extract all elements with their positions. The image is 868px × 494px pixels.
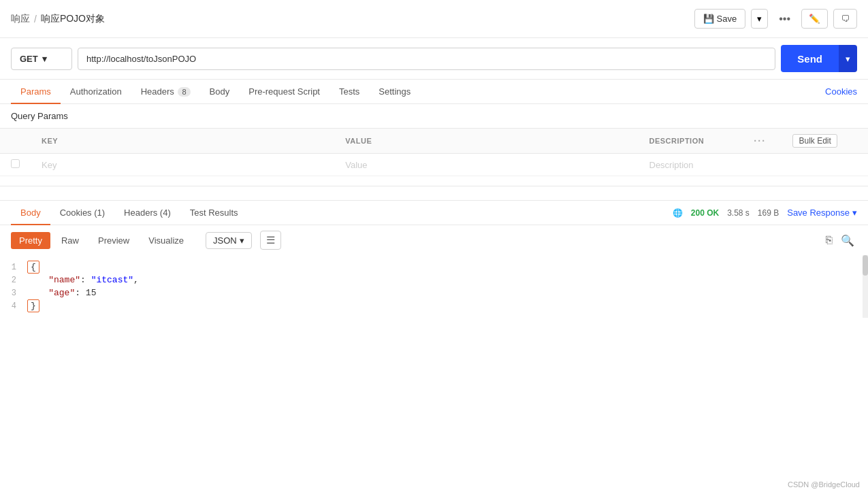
breadcrumb-separator: / <box>34 14 37 24</box>
json-chevron-icon: ▾ <box>240 235 244 246</box>
save-button[interactable]: 💾 Save <box>694 9 746 29</box>
breadcrumb-current: 响应POJO对象 <box>41 13 105 25</box>
save-response-chevron-icon: ▾ <box>852 208 857 218</box>
value-input[interactable]: Value <box>334 154 638 176</box>
comment-icon: 🗨 <box>841 14 850 24</box>
response-time: 3.58 s <box>727 208 750 218</box>
copy-button[interactable]: ⎘ <box>823 231 835 249</box>
code-value-name: "itcast" <box>91 275 133 285</box>
tab-settings[interactable]: Settings <box>369 80 420 103</box>
method-label: GET <box>20 54 38 64</box>
scrollbar-track[interactable] <box>863 255 868 318</box>
value-col-header: VALUE <box>334 129 638 154</box>
filter-button[interactable]: ☰ <box>260 231 281 250</box>
save-dropdown-button[interactable]: ▾ <box>751 9 768 29</box>
code-block: 1 { 2 "name": "itcast", 3 "age": 15 <box>0 255 868 318</box>
edit-button[interactable]: ✏️ <box>801 9 828 29</box>
params-area: Query Params KEY VALUE DESCRIPTION ··· B… <box>0 104 868 186</box>
breadcrumb-parent: 响应 <box>11 13 30 25</box>
code-key-age: "age" <box>48 288 75 298</box>
tab-headers[interactable]: Headers 8 <box>131 80 200 103</box>
key-col-header: KEY <box>31 129 334 154</box>
table-row: Key Value Description <box>0 154 868 176</box>
format-tab-raw[interactable]: Raw <box>53 232 87 249</box>
method-select[interactable]: GET ▾ <box>11 48 72 70</box>
response-subtabs-right: ⎘ 🔍 <box>823 231 857 250</box>
headers-badge: 8 <box>178 87 190 97</box>
request-tabs: Params Authorization Headers 8 Body Pre-… <box>0 80 868 104</box>
comment-button[interactable]: 🗨 <box>833 9 857 29</box>
cookies-link[interactable]: Cookies <box>825 86 857 97</box>
response-subtabs: Pretty Raw Preview Visualize JSON ▾ ☰ ⎘ … <box>0 225 868 255</box>
breadcrumb: 响应 / 响应POJO对象 <box>11 13 105 25</box>
code-brace-close: } <box>27 299 39 312</box>
response-section: Body Cookies (1) Headers (4) Test Result… <box>0 200 868 318</box>
code-key-name: "name" <box>48 275 80 285</box>
line-num-3: 3 <box>0 289 27 298</box>
response-tabs: Body Cookies (1) Headers (4) Test Result… <box>0 201 868 225</box>
response-tab-body[interactable]: Body <box>11 201 50 225</box>
save-disk-icon: 💾 <box>703 14 714 24</box>
code-line-4: 4 } <box>0 299 868 312</box>
copy-icon: ⎘ <box>826 234 833 246</box>
response-tab-test-results[interactable]: Test Results <box>180 201 248 225</box>
format-tab-pretty[interactable]: Pretty <box>11 232 50 249</box>
desc-input[interactable]: Description <box>639 154 738 176</box>
response-tab-headers[interactable]: Headers (4) <box>114 201 180 225</box>
url-input[interactable]: http://localhost/toJsonPOJO <box>78 48 775 70</box>
save-label: Save <box>717 14 737 24</box>
watermark: CSDN @BridgeCloud <box>788 480 860 489</box>
tab-body[interactable]: Body <box>200 80 240 103</box>
tab-pre-request-script[interactable]: Pre-request Script <box>239 80 329 103</box>
status-badge: 200 OK <box>691 208 719 218</box>
query-params-title: Query Params <box>0 104 868 128</box>
code-line-1: 1 { <box>0 261 868 274</box>
scrollbar-thumb[interactable] <box>863 255 868 276</box>
code-line-3: 3 "age": 15 <box>0 286 868 299</box>
code-line-2: 2 "name": "itcast", <box>0 274 868 286</box>
code-brace-open: { <box>27 261 39 274</box>
response-size: 169 B <box>758 208 779 218</box>
tab-tests[interactable]: Tests <box>329 80 369 103</box>
params-table: KEY VALUE DESCRIPTION ··· Bulk Edit <box>0 128 868 176</box>
search-button[interactable]: 🔍 <box>838 231 857 250</box>
tab-params[interactable]: Params <box>11 80 61 103</box>
line-num-4: 4 <box>0 301 27 311</box>
more-options-button[interactable]: ••• <box>773 10 796 28</box>
line-num-1: 1 <box>0 263 27 272</box>
save-response-button[interactable]: Save Response ▾ <box>787 208 857 218</box>
format-tab-visualize[interactable]: Visualize <box>140 232 192 249</box>
send-dropdown-button[interactable]: ▾ <box>839 45 857 72</box>
header: 响应 / 响应POJO对象 💾 Save ▾ ••• ✏️ 🗨 <box>0 0 868 38</box>
more-col-header: ··· <box>738 129 782 154</box>
header-actions: 💾 Save ▾ ••• ✏️ 🗨 <box>694 9 857 29</box>
send-button-group: Send ▾ <box>781 45 857 72</box>
globe-icon: 🌐 <box>673 208 683 218</box>
bulk-edit-button[interactable]: Bulk Edit <box>792 134 837 148</box>
tab-authorization[interactable]: Authorization <box>61 80 131 103</box>
bulk-edit-col-header: Bulk Edit <box>782 129 868 154</box>
response-meta: 🌐 200 OK 3.58 s 169 B Save Response ▾ <box>673 208 857 218</box>
code-value-age: 15 <box>86 288 97 298</box>
pencil-icon: ✏️ <box>809 14 820 24</box>
send-chevron-icon: ▾ <box>846 54 850 64</box>
response-body-area: 1 { 2 "name": "itcast", 3 "age": 15 <box>0 255 868 318</box>
json-format-select[interactable]: JSON ▾ <box>206 232 252 249</box>
line-num-2: 2 <box>0 276 27 285</box>
checkbox-col-header <box>0 129 31 154</box>
filter-icon: ☰ <box>266 234 275 246</box>
chevron-down-icon: ▾ <box>757 14 762 24</box>
row-checkbox[interactable] <box>0 154 31 176</box>
desc-col-header: DESCRIPTION <box>639 129 738 154</box>
key-input[interactable]: Key <box>31 154 334 176</box>
url-bar: GET ▾ http://localhost/toJsonPOJO Send ▾ <box>0 38 868 80</box>
response-divider <box>0 186 868 186</box>
response-tab-cookies[interactable]: Cookies (1) <box>50 201 114 225</box>
method-chevron-icon: ▾ <box>42 54 47 64</box>
send-main-button[interactable]: Send <box>781 45 839 72</box>
format-tab-preview[interactable]: Preview <box>90 232 138 249</box>
search-icon: 🔍 <box>841 235 854 246</box>
